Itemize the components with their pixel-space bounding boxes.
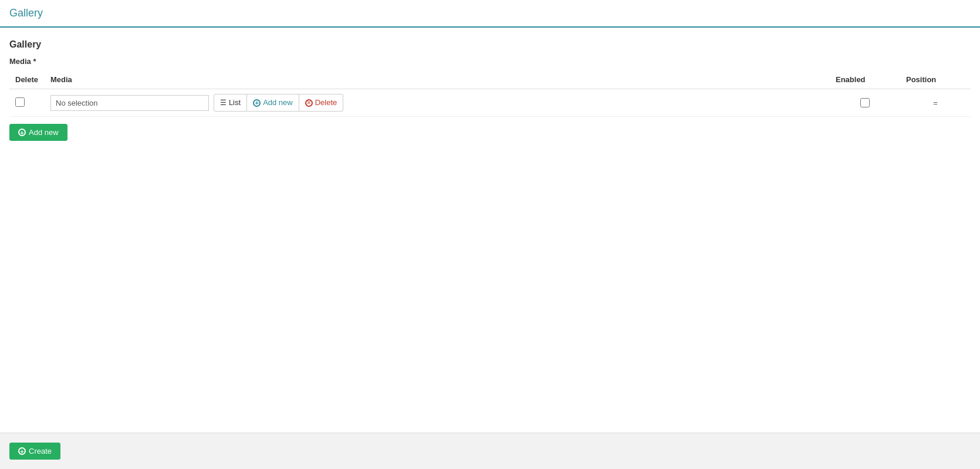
list-icon [220,97,227,108]
media-field-label: Media * [9,57,971,66]
media-table: Delete Media Enabled Position No selecti… [9,70,971,117]
enabled-checkbox[interactable] [860,98,870,107]
add-new-row-button[interactable]: Add new [9,124,67,141]
delete-media-button[interactable]: Delete [299,94,344,112]
media-action-buttons: List Add new Delete [214,94,343,112]
add-new-row-container: Add new [9,124,971,141]
section-title: Gallery [9,39,971,50]
col-header-position: Position [900,70,971,89]
delete-checkbox[interactable] [15,97,25,107]
page-title-bar: Gallery [0,0,980,28]
add-new-row-plus-icon [18,129,26,136]
position-cell: = [900,89,971,117]
add-new-media-button[interactable]: Add new [247,94,299,112]
enabled-cell [830,89,900,117]
page-title: Gallery [9,7,971,19]
required-marker: * [33,57,36,66]
delete-cell [9,89,45,117]
col-header-enabled: Enabled [830,70,900,89]
main-content: Gallery Media * Delete Media Enabled Pos… [0,28,980,162]
no-selection-display: No selection [50,95,209,111]
plus-circle-icon [253,99,261,107]
list-button[interactable]: List [214,94,247,112]
position-handle[interactable]: = [933,99,938,107]
media-cell: No selection List Add new Delete [45,89,830,117]
table-row: No selection List Add new Delete [9,89,971,117]
x-circle-icon [305,99,313,107]
col-header-media: Media [45,70,830,89]
col-header-delete: Delete [9,70,45,89]
